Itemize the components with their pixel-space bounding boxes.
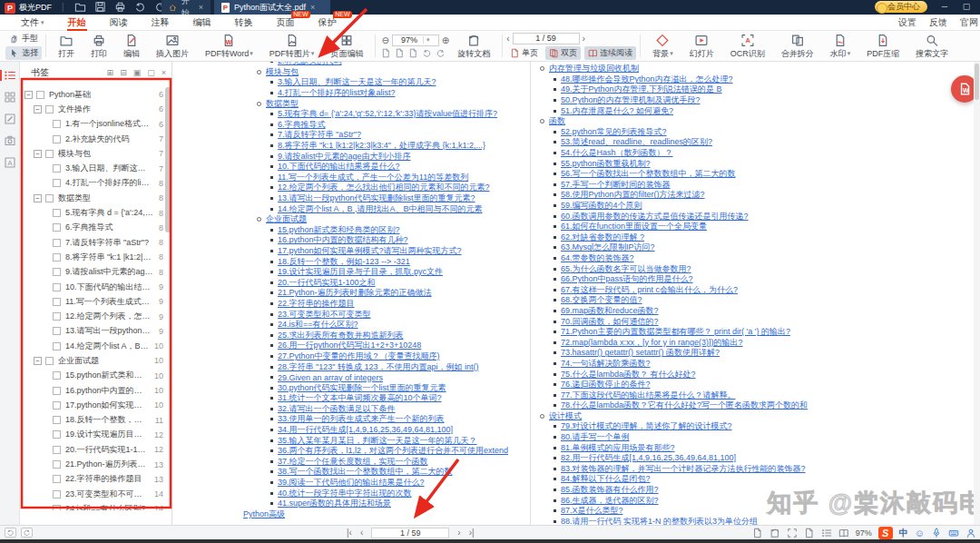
double-page-icon[interactable] — [838, 528, 849, 538]
toc-item-link[interactable]: 78.什么是lambda函数？它有什么好处?写一个匿名函数求两个数的和 — [561, 400, 808, 411]
collapse-node-icon[interactable]: − — [34, 194, 42, 202]
bookmark-tree-row[interactable]: 22.字符串的操作题目13 — [23, 472, 163, 487]
bookmark-checkbox[interactable] — [45, 194, 54, 202]
bookmark-tree-row[interactable]: 1.有一个jsonline格式的文件f...6 — [23, 117, 163, 132]
bookmark-checkbox[interactable] — [53, 298, 61, 306]
bookmark-tree-row[interactable]: −Python基础6 — [23, 87, 163, 102]
collapse-all-icon[interactable]: ⊟ — [120, 68, 127, 77]
zoom-out-button[interactable]: ⊖ — [381, 35, 388, 45]
toc-item-link[interactable]: 41.super函数的具体用法和场景 — [278, 498, 391, 509]
zoom-input[interactable]: 97% ▾ — [392, 35, 439, 46]
toc-item-link[interactable]: 14.给定两个list A，B ,请用找出A、B中相同与不同的元素 — [278, 203, 483, 215]
menu-link-feedback[interactable]: 反馈 — [929, 15, 947, 31]
bookmark-checkbox[interactable] — [53, 430, 61, 439]
bookmark-tree-row[interactable]: −文件操作6 — [23, 102, 163, 116]
bookmark-tree-row[interactable]: 21.Python-遍历列表时删除...13 — [23, 457, 163, 471]
save-icon[interactable] — [94, 1, 106, 13]
collapse-node-icon[interactable]: − — [34, 150, 42, 158]
bookmark-tree-row[interactable]: 9.请按alist中元素的age由大...8 — [23, 265, 163, 280]
bookmark-checkbox[interactable] — [53, 164, 61, 173]
toc-item-link[interactable]: 51.内存泄露是什么? 如何避免? — [561, 105, 673, 117]
collapse-node-icon[interactable]: − — [34, 357, 42, 365]
ime-keyboard-icon[interactable] — [948, 528, 959, 538]
bookmark-tree-row[interactable]: 7.请反转字符串 "aStr"?8 — [23, 235, 163, 250]
bookmark-checkbox[interactable] — [53, 371, 61, 380]
toolbar-page-edit-button[interactable]: 页面编辑 — [322, 31, 371, 61]
sidebar-scrollbar[interactable] — [165, 87, 171, 232]
menu-item-read[interactable]: 阅读 — [98, 15, 140, 31]
collapse-node-icon[interactable]: − — [24, 91, 33, 99]
bookmark-checkbox[interactable] — [53, 209, 61, 217]
previous-view-button[interactable] — [5, 528, 16, 538]
bookmark-tree-row[interactable]: 20.一行代码实现1-100之和12 — [23, 442, 163, 457]
toolbar-print-button[interactable]: 打印 — [83, 31, 115, 61]
bookmark-tree-row[interactable]: 11.写一个列表生成式，产生...9 — [23, 294, 163, 309]
bookmark-checkbox[interactable] — [53, 135, 61, 143]
add-bookmark-icon[interactable]: ▣ — [133, 68, 142, 77]
panel-bookmarks-icon[interactable] — [4, 69, 16, 82]
fit-width-icon[interactable] — [381, 48, 391, 58]
bookmark-tree-row[interactable]: 16.python中内置的数据结...10 — [23, 383, 163, 398]
menu-link-settings[interactable]: 设置 — [898, 15, 916, 31]
bookmark-tree-row[interactable]: 4.打乱一个排好序的list对象al...8 — [23, 176, 163, 191]
bookmark-checkbox[interactable] — [53, 446, 61, 454]
expand-all-icon[interactable]: ⊞ — [107, 68, 114, 77]
menu-item-edit[interactable]: 编辑 — [181, 15, 223, 31]
actual-size-icon[interactable] — [752, 528, 763, 538]
rotate-right-icon[interactable] — [436, 48, 446, 58]
collapse-node-icon[interactable]: − — [34, 105, 42, 114]
status-page-input[interactable]: 1 / 59 — [371, 528, 449, 538]
fit-page-icon[interactable] — [395, 48, 405, 58]
menu-link-website[interactable]: 官网 — [960, 15, 978, 31]
sogou-ime-icon[interactable]: S — [878, 527, 893, 539]
bookmark-checkbox[interactable] — [53, 416, 61, 424]
toc-root-link[interactable]: Python高级 — [243, 508, 285, 520]
bookmark-checkbox[interactable] — [53, 490, 61, 499]
bookmark-checkbox[interactable] — [53, 179, 61, 187]
bookmark-checkbox[interactable] — [45, 150, 54, 158]
toc-item-link[interactable]: 88.请用一行代码 实现将1-N 的整数列表以3为单位分组 — [561, 516, 758, 525]
tab-document[interactable]: P Python面试大全.pdf × — [214, 0, 330, 15]
bookmark-tree-row[interactable]: 17.python如何实现单例模...10 — [23, 398, 163, 412]
tab-home[interactable]: 开始 × — [162, 0, 211, 15]
toolbar-search-text-button[interactable]: 搜索文字 — [907, 31, 956, 61]
page-number-input[interactable]: 1 / 59 — [513, 33, 580, 44]
select-tool-button[interactable]: 选择 — [5, 46, 42, 60]
last-page-button[interactable]: ›| — [469, 528, 475, 538]
ime-emoji-icon[interactable]: ☺ — [915, 528, 925, 538]
actual-size-icon[interactable] — [408, 48, 418, 58]
toc-item-link[interactable]: 28.字符串 "123" 转换成 123，不使用内置api，例如 int() — [278, 361, 478, 373]
bookmark-tree-row[interactable]: −模块与包7 — [23, 146, 163, 161]
bookmark-tree-row[interactable]: −数据类型8 — [23, 191, 163, 205]
toolbar-pdf-to-image-button[interactable]: PDF转图片▾ — [261, 31, 323, 61]
menu-item-convert[interactable]: 转换 — [223, 15, 265, 31]
bookmark-checkbox[interactable] — [53, 253, 61, 262]
bookmark-tree-row[interactable]: 10.下面代码的输出结果将是...9 — [23, 280, 163, 294]
zoom-in-button[interactable]: ⊕ — [442, 35, 449, 45]
bookmark-tree-row[interactable]: 2.补充缺失的代码7 — [23, 132, 163, 146]
close-panel-icon[interactable]: × — [162, 68, 166, 77]
bookmark-checkbox[interactable] — [53, 401, 61, 410]
toolbar-open-button[interactable]: 打开 — [50, 31, 83, 61]
bookmark-checkbox[interactable] — [53, 475, 61, 483]
hand-tool-button[interactable]: 手型 — [5, 32, 42, 45]
maximize-button[interactable]: ▢ — [956, 0, 976, 15]
previous-page-button[interactable]: ‹ — [360, 528, 363, 538]
toolbar-background-button[interactable]: 背景▾ — [644, 31, 681, 61]
previous-page-button[interactable]: ‹ — [506, 34, 509, 44]
print-icon[interactable] — [114, 1, 126, 13]
bookmark-tree-row[interactable]: 8.将字符串 "k:1 |k1:2|k2:3|k...8 — [23, 250, 163, 264]
panel-attachments-icon[interactable]: A — [4, 156, 16, 169]
next-view-button[interactable] — [21, 528, 33, 538]
ime-account-icon[interactable] — [965, 528, 976, 538]
rotate-left-icon[interactable] — [422, 48, 432, 58]
panel-snapshot-icon[interactable] — [4, 134, 16, 147]
toc-item-link[interactable]: 29.Given an array of integers — [278, 373, 383, 382]
ime-language-toggle[interactable]: 中 — [899, 527, 908, 539]
rotate-view-icon[interactable] — [769, 528, 780, 538]
bookmark-tree-row[interactable]: 23.可变类型和不可变类型14 — [23, 487, 163, 501]
undo-icon[interactable] — [134, 1, 146, 13]
bookmark-checkbox[interactable] — [53, 268, 61, 276]
toolbar-edit-button[interactable]: 编辑 — [115, 31, 148, 61]
continuous-read-button[interactable]: 连续阅读 — [584, 46, 636, 60]
